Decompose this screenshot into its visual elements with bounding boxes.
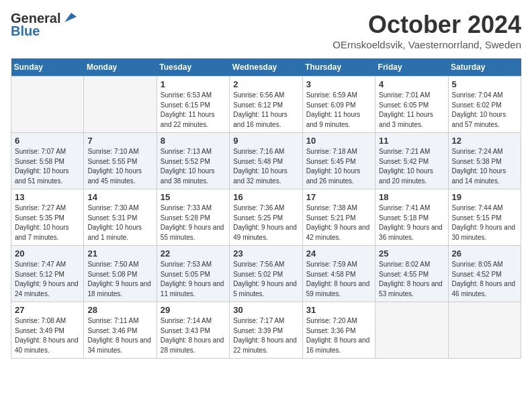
day-info: Sunrise: 7:36 AMSunset: 5:25 PMDaylight:… (233, 203, 298, 242)
calendar-cell: 9Sunrise: 7:16 AMSunset: 5:48 PMDaylight… (230, 133, 302, 189)
daylight-hours: Daylight: 9 hours and 24 minutes. (15, 280, 79, 298)
calendar-cell: 8Sunrise: 7:13 AMSunset: 5:52 PMDaylight… (157, 133, 229, 189)
calendar-cell: 31Sunrise: 7:20 AMSunset: 3:36 PMDayligh… (302, 302, 375, 359)
calendar-table: SundayMondayTuesdayWednesdayThursdayFrid… (11, 58, 521, 359)
day-info: Sunrise: 7:16 AMSunset: 5:48 PMDaylight:… (233, 147, 298, 186)
day-number: 25 (379, 248, 444, 259)
calendar-cell: 19Sunrise: 7:44 AMSunset: 5:15 PMDayligh… (448, 189, 521, 246)
day-number: 6 (15, 136, 80, 146)
daylight-hours: Daylight: 8 hours and 40 minutes. (15, 336, 79, 354)
daylight-hours: Daylight: 9 hours and 11 minutes. (161, 280, 224, 298)
day-number: 1 (161, 79, 226, 89)
daylight-hours: Daylight: 8 hours and 22 minutes. (233, 336, 297, 354)
calendar-cell (84, 77, 157, 133)
day-number: 11 (379, 136, 444, 146)
logo: General Blue (11, 11, 77, 39)
weekday-header: Wednesday (230, 58, 302, 77)
daylight-hours: Daylight: 10 hours and 45 minutes. (87, 167, 142, 185)
calendar-week-row: 20Sunrise: 7:47 AMSunset: 5:12 PMDayligh… (11, 246, 521, 302)
calendar-cell: 30Sunrise: 7:17 AMSunset: 3:39 PMDayligh… (230, 302, 302, 359)
day-number: 5 (452, 79, 517, 89)
daylight-hours: Daylight: 8 hours and 53 minutes. (379, 280, 443, 298)
day-info: Sunrise: 7:17 AMSunset: 3:39 PMDaylight:… (233, 316, 298, 355)
daylight-hours: Daylight: 11 hours and 9 minutes. (306, 111, 361, 128)
calendar-cell: 22Sunrise: 7:53 AMSunset: 5:05 PMDayligh… (157, 246, 229, 302)
day-info: Sunrise: 7:33 AMSunset: 5:28 PMDaylight:… (161, 203, 226, 242)
day-info: Sunrise: 7:47 AMSunset: 5:12 PMDaylight:… (15, 260, 80, 299)
calendar-cell: 12Sunrise: 7:24 AMSunset: 5:38 PMDayligh… (448, 133, 521, 189)
day-number: 14 (87, 192, 152, 202)
day-info: Sunrise: 7:21 AMSunset: 5:42 PMDaylight:… (379, 147, 444, 186)
calendar-cell: 29Sunrise: 7:14 AMSunset: 3:43 PMDayligh… (157, 302, 229, 359)
day-number: 21 (87, 248, 152, 259)
daylight-hours: Daylight: 9 hours and 18 minutes. (87, 280, 151, 298)
weekday-header: Saturday (448, 58, 521, 77)
calendar-week-row: 1Sunrise: 6:53 AMSunset: 6:15 PMDaylight… (11, 77, 521, 133)
day-info: Sunrise: 7:53 AMSunset: 5:05 PMDaylight:… (161, 260, 226, 299)
calendar-cell: 2Sunrise: 6:56 AMSunset: 6:12 PMDaylight… (230, 77, 302, 133)
daylight-hours: Daylight: 10 hours and 32 minutes. (233, 167, 287, 185)
day-number: 30 (233, 305, 298, 315)
daylight-hours: Daylight: 10 hours and 51 minutes. (15, 167, 69, 185)
day-number: 8 (161, 136, 226, 146)
day-info: Sunrise: 7:41 AMSunset: 5:18 PMDaylight:… (379, 203, 444, 242)
daylight-hours: Daylight: 8 hours and 34 minutes. (87, 336, 151, 354)
day-info: Sunrise: 7:20 AMSunset: 3:36 PMDaylight:… (306, 316, 371, 355)
day-number: 3 (306, 79, 371, 89)
daylight-hours: Daylight: 10 hours and 38 minutes. (161, 167, 215, 185)
day-number: 26 (452, 248, 517, 259)
daylight-hours: Daylight: 9 hours and 5 minutes. (233, 280, 297, 298)
daylight-hours: Daylight: 8 hours and 28 minutes. (161, 336, 224, 354)
calendar-cell: 1Sunrise: 6:53 AMSunset: 6:15 PMDaylight… (157, 77, 229, 133)
day-number: 24 (306, 248, 371, 259)
daylight-hours: Daylight: 10 hours and 14 minutes. (452, 167, 506, 185)
calendar-cell: 23Sunrise: 7:56 AMSunset: 5:02 PMDayligh… (230, 246, 302, 302)
daylight-hours: Daylight: 10 hours and 57 minutes. (452, 111, 506, 128)
day-info: Sunrise: 7:11 AMSunset: 3:46 PMDaylight:… (87, 316, 152, 355)
day-number: 22 (161, 248, 226, 259)
day-info: Sunrise: 6:56 AMSunset: 6:12 PMDaylight:… (233, 91, 298, 130)
day-info: Sunrise: 6:53 AMSunset: 6:15 PMDaylight:… (161, 91, 226, 130)
day-info: Sunrise: 7:24 AMSunset: 5:38 PMDaylight:… (452, 147, 517, 186)
daylight-hours: Daylight: 8 hours and 46 minutes. (452, 280, 516, 298)
calendar-cell: 4Sunrise: 7:01 AMSunset: 6:05 PMDaylight… (375, 77, 448, 133)
daylight-hours: Daylight: 10 hours and 26 minutes. (306, 167, 361, 185)
calendar-cell: 13Sunrise: 7:27 AMSunset: 5:35 PMDayligh… (11, 189, 84, 246)
calendar-cell: 17Sunrise: 7:38 AMSunset: 5:21 PMDayligh… (302, 189, 375, 246)
day-info: Sunrise: 7:27 AMSunset: 5:35 PMDaylight:… (15, 203, 80, 242)
daylight-hours: Daylight: 9 hours and 42 minutes. (306, 224, 370, 241)
calendar-week-row: 27Sunrise: 7:08 AMSunset: 3:49 PMDayligh… (11, 302, 521, 359)
title-block: October 2024 OErnskoeldsvik, Vaesternorr… (332, 11, 521, 50)
calendar-cell: 10Sunrise: 7:18 AMSunset: 5:45 PMDayligh… (302, 133, 375, 189)
day-number: 2 (233, 79, 298, 89)
calendar-cell: 6Sunrise: 7:07 AMSunset: 5:58 PMDaylight… (11, 133, 84, 189)
day-info: Sunrise: 7:10 AMSunset: 5:55 PMDaylight:… (87, 147, 152, 186)
day-info: Sunrise: 8:05 AMSunset: 4:52 PMDaylight:… (452, 260, 517, 299)
weekday-header: Tuesday (157, 58, 229, 77)
calendar-cell: 11Sunrise: 7:21 AMSunset: 5:42 PMDayligh… (375, 133, 448, 189)
page-header: General Blue October 2024 OErnskoeldsvik… (11, 11, 521, 50)
day-number: 17 (306, 192, 371, 202)
weekday-header: Sunday (11, 58, 84, 77)
day-number: 10 (306, 136, 371, 146)
day-info: Sunrise: 7:08 AMSunset: 3:49 PMDaylight:… (15, 316, 80, 355)
daylight-hours: Daylight: 11 hours and 16 minutes. (233, 111, 287, 128)
daylight-hours: Daylight: 8 hours and 59 minutes. (306, 280, 370, 298)
day-info: Sunrise: 7:01 AMSunset: 6:05 PMDaylight:… (379, 91, 444, 130)
day-info: Sunrise: 7:50 AMSunset: 5:08 PMDaylight:… (87, 260, 152, 299)
month-title: October 2024 (332, 11, 521, 39)
svg-marker-0 (64, 13, 77, 22)
day-info: Sunrise: 6:59 AMSunset: 6:09 PMDaylight:… (306, 91, 371, 130)
day-number: 20 (15, 248, 80, 259)
calendar-cell: 14Sunrise: 7:30 AMSunset: 5:31 PMDayligh… (84, 189, 157, 246)
day-number: 12 (452, 136, 517, 146)
weekday-header: Monday (84, 58, 157, 77)
day-number: 16 (233, 192, 298, 202)
day-info: Sunrise: 7:56 AMSunset: 5:02 PMDaylight:… (233, 260, 298, 299)
day-info: Sunrise: 7:07 AMSunset: 5:58 PMDaylight:… (15, 147, 80, 186)
calendar-cell: 28Sunrise: 7:11 AMSunset: 3:46 PMDayligh… (84, 302, 157, 359)
day-info: Sunrise: 7:14 AMSunset: 3:43 PMDaylight:… (161, 316, 226, 355)
day-info: Sunrise: 7:59 AMSunset: 4:58 PMDaylight:… (306, 260, 371, 299)
calendar-cell (375, 302, 448, 359)
day-number: 7 (87, 136, 152, 146)
